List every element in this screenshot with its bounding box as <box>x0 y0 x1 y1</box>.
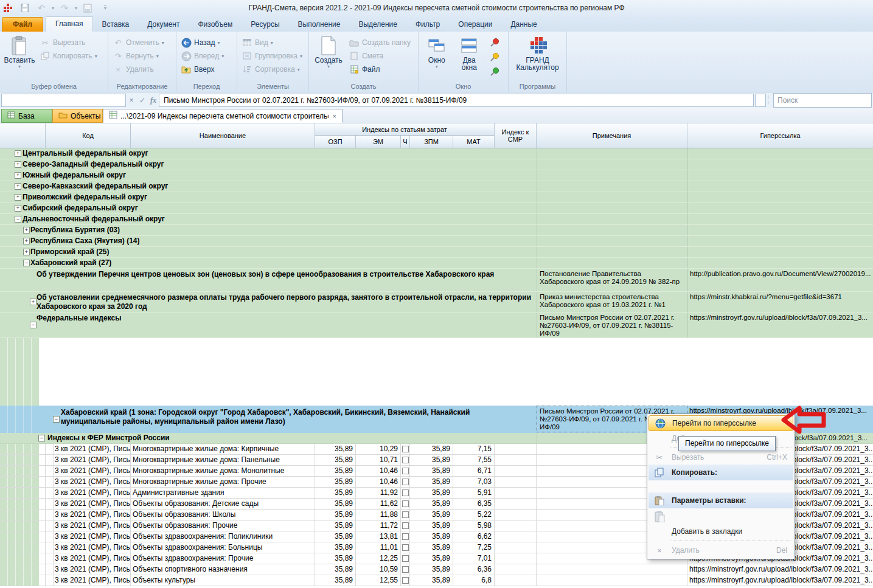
expander-icon[interactable]: + <box>23 249 30 255</box>
smr-cell[interactable] <box>495 553 537 564</box>
em-cell[interactable]: 11,88 <box>356 510 401 520</box>
ozp-cell[interactable]: 35,89 <box>315 564 356 575</box>
hyperlink-cell[interactable]: https://minstroyrf.gov.ru/upload/iblock/… <box>687 575 873 586</box>
expander-icon[interactable]: + <box>15 172 21 179</box>
notes-row[interactable] <box>0 338 873 406</box>
header-index-group[interactable]: Индексы по статьям затрат <box>315 123 495 136</box>
em-cell[interactable]: 10,46 <box>356 477 401 487</box>
ozp-cell[interactable]: 35,89 <box>315 531 356 542</box>
ozp-cell[interactable]: 35,89 <box>315 521 356 531</box>
mat-cell[interactable]: 7,55 <box>453 455 495 465</box>
tab-filter[interactable]: Фильтр <box>406 18 449 32</box>
up-button[interactable]: Вверх <box>178 63 226 76</box>
name-cell[interactable]: Объекты здравоохранения: Прочие <box>131 553 315 564</box>
create-button[interactable]: Создать ▾ <box>311 33 346 79</box>
header-ch[interactable]: Ч <box>401 136 410 148</box>
expander-icon[interactable]: − <box>30 322 37 328</box>
ozp-cell[interactable]: 35,89 <box>315 488 356 498</box>
row-checkbox[interactable] <box>402 522 409 529</box>
name-cell[interactable]: Объекты образования: Прочие <box>131 521 315 531</box>
name-cell[interactable]: Административные здания <box>131 488 315 498</box>
code-cell[interactable]: 3 кв 2021 (СМР), Письмо <box>54 553 131 564</box>
smr-cell[interactable] <box>495 510 537 520</box>
name-cell[interactable]: Многоквартирные жилые дома: Прочие <box>131 477 315 487</box>
document-info-row[interactable]: − Федеральные индексы Письмо Минстроя Ро… <box>0 313 873 338</box>
em-cell[interactable]: 11,92 <box>356 488 401 498</box>
menu-item-goto-hyperlink[interactable]: Перейти по гиперссылке <box>649 415 793 431</box>
tab-active-document[interactable]: ...\2021-09 Индексы пересчета сметной ст… <box>103 109 343 123</box>
ozp-cell[interactable]: 35,89 <box>315 466 356 476</box>
row-checkbox[interactable] <box>402 446 409 452</box>
smr-cell[interactable] <box>495 444 537 454</box>
zpm-cell[interactable]: 35,89 <box>410 521 453 531</box>
header-notes[interactable]: Примечания <box>537 123 687 148</box>
ozp-cell[interactable]: 35,89 <box>315 553 356 564</box>
tree-row[interactable]: + Республика Саха (Якутия) (14) <box>0 236 873 247</box>
menu-item-add-bookmark[interactable]: Добавить в закладки <box>649 524 793 539</box>
tab-physvolume[interactable]: Физобъем <box>189 18 242 32</box>
em-cell[interactable]: 10,59 <box>356 564 401 575</box>
ozp-cell[interactable]: 35,89 <box>315 455 356 465</box>
em-cell[interactable]: 11,01 <box>356 542 401 553</box>
tab-execution[interactable]: Выполнение <box>289 18 350 32</box>
file-button[interactable]: Файл <box>346 63 413 76</box>
header-em[interactable]: ЭМ <box>356 136 401 148</box>
expander-icon[interactable]: − <box>15 216 21 223</box>
search-input[interactable] <box>773 93 872 108</box>
code-cell[interactable]: 3 кв 2021 (СМР), Письмо <box>54 477 131 487</box>
back-button[interactable]: Назад▾ <box>178 36 226 49</box>
tree-row[interactable]: + Приморский край (25) <box>0 247 873 258</box>
row-checkbox[interactable] <box>402 489 409 496</box>
zpm-cell[interactable]: 35,89 <box>410 575 453 586</box>
smr-cell[interactable] <box>495 575 537 586</box>
mat-cell[interactable]: 7,01 <box>453 553 495 564</box>
mat-cell[interactable]: 5,91 <box>453 488 495 498</box>
ozp-cell[interactable]: 35,89 <box>315 444 356 454</box>
tab-home[interactable]: Главная <box>46 16 93 32</box>
paste-button[interactable]: Вставить ▾ <box>2 33 37 79</box>
menu-item-copy[interactable]: Копировать: <box>649 465 793 480</box>
forward-button[interactable]: Вперед▾ <box>178 49 226 63</box>
close-tab-icon[interactable]: × <box>332 112 336 120</box>
zpm-cell[interactable]: 35,89 <box>410 499 453 509</box>
tab-document[interactable]: Документ <box>138 18 189 32</box>
collapse-expander-icon[interactable]: − <box>38 435 45 441</box>
row-checkbox[interactable] <box>402 479 409 485</box>
info-row-hyperlink[interactable]: https://minstr.khabkrai.ru/?menu=getfile… <box>687 292 873 312</box>
mat-cell[interactable]: 7,25 <box>453 542 495 553</box>
formula-input[interactable]: Письмо Минстроя России от 02.07.2021 г. … <box>159 94 754 107</box>
sorting-button[interactable]: Сортировка▾ <box>239 63 305 76</box>
cut-button[interactable]: ✂ Вырезать <box>37 36 100 49</box>
menu-item-paste-params[interactable]: Параметры вставки: <box>649 493 793 508</box>
expander-icon[interactable]: + <box>15 150 21 157</box>
em-cell[interactable]: 10,71 <box>356 455 401 465</box>
zpm-cell[interactable]: 35,89 <box>410 444 453 454</box>
zpm-cell[interactable]: 35,89 <box>410 455 453 465</box>
ozp-cell[interactable]: 35,89 <box>315 575 356 586</box>
code-cell[interactable]: 3 кв 2021 (СМР), Письмо <box>54 564 131 575</box>
document-info-row[interactable]: + Об установлении среднемесячного размер… <box>0 292 873 313</box>
row-checkbox[interactable] <box>402 533 409 540</box>
code-cell[interactable]: 3 кв 2021 (СМР), Письмо <box>54 510 131 520</box>
mat-cell[interactable]: 5,22 <box>453 510 495 520</box>
em-cell[interactable]: 11,72 <box>356 521 401 531</box>
name-cell[interactable]: Объекты здравоохранения: Больницы <box>131 542 315 553</box>
row-checkbox[interactable] <box>402 468 409 474</box>
index-data-row[interactable]: 3 кв 2021 (СМР), Письмо Объекты культуры… <box>0 575 873 586</box>
expander-icon[interactable]: + <box>15 194 21 201</box>
row-checkbox[interactable] <box>402 577 409 584</box>
ozp-cell[interactable]: 35,89 <box>315 477 356 487</box>
estimate-button[interactable]: Смета <box>346 49 413 63</box>
tree-row[interactable]: + Центральный федеральный округ <box>0 148 873 159</box>
window-button[interactable]: Окно ▾ <box>420 33 453 79</box>
row-checkbox[interactable] <box>402 566 409 573</box>
tree-row[interactable]: + Северо-Западный федеральный округ <box>0 159 873 170</box>
row-checkbox[interactable] <box>402 544 409 551</box>
name-cell[interactable]: Объекты образования: Школы <box>131 510 315 520</box>
em-cell[interactable]: 13,81 <box>356 531 401 542</box>
mat-cell[interactable]: 6,71 <box>453 466 495 476</box>
smr-cell[interactable] <box>495 542 537 553</box>
code-cell[interactable]: 3 кв 2021 (СМР), Письмо <box>54 444 131 454</box>
tab-base[interactable]: База <box>1 109 52 123</box>
code-cell[interactable]: 3 кв 2021 (СМР), Письмо <box>54 466 131 476</box>
